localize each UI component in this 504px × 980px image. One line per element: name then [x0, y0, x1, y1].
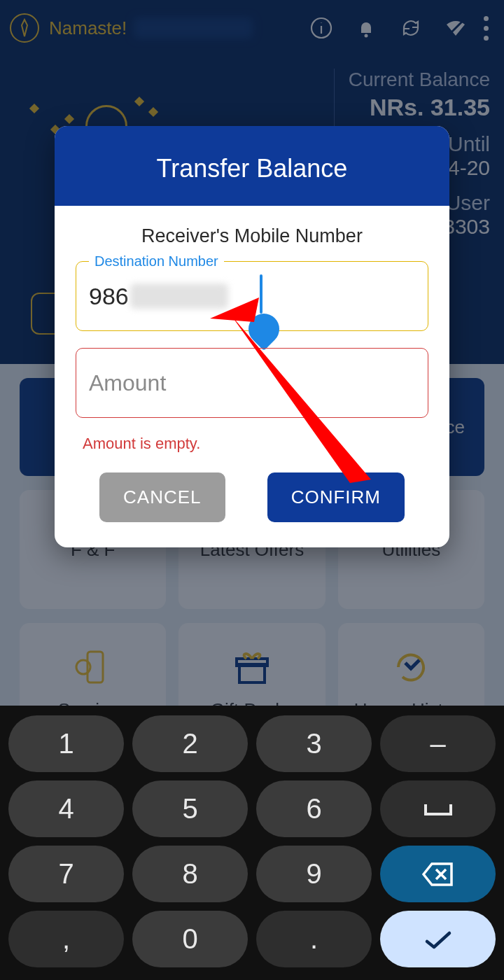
key-enter[interactable]	[380, 911, 496, 967]
transfer-balance-modal: Transfer Balance Receiver's Mobile Numbe…	[55, 126, 449, 547]
numeric-keyboard: 1 2 3 – 4 5 6 7 8 9 , 0 .	[0, 706, 504, 980]
key-8[interactable]: 8	[132, 846, 248, 902]
key-dot[interactable]: .	[256, 911, 372, 967]
key-5[interactable]: 5	[132, 780, 248, 837]
destination-number-value: 986	[89, 283, 129, 310]
text-caret	[260, 274, 262, 314]
key-4[interactable]: 4	[8, 780, 124, 837]
confirm-button[interactable]: CONFIRM	[267, 472, 405, 522]
key-9[interactable]: 9	[256, 846, 372, 902]
key-6[interactable]: 6	[256, 780, 372, 837]
amount-placeholder: Amount	[89, 370, 166, 396]
destination-number-redacted	[130, 284, 228, 309]
key-7[interactable]: 7	[8, 846, 124, 902]
modal-section-title: Receiver's Mobile Number	[76, 225, 428, 247]
modal-title: Transfer Balance	[55, 126, 449, 206]
caret-drag-handle[interactable]	[242, 307, 286, 351]
amount-error: Amount is empty.	[83, 435, 428, 453]
key-3[interactable]: 3	[256, 715, 372, 772]
key-comma[interactable]: ,	[8, 911, 124, 967]
destination-number-field[interactable]: Destination Number 986	[76, 261, 428, 331]
cancel-button[interactable]: CANCEL	[99, 472, 225, 522]
amount-field[interactable]: Amount	[76, 348, 428, 418]
key-0[interactable]: 0	[132, 911, 248, 967]
key-backspace[interactable]	[380, 846, 496, 902]
key-1[interactable]: 1	[8, 715, 124, 772]
key-space[interactable]	[380, 780, 496, 837]
key-2[interactable]: 2	[132, 715, 248, 772]
key-minus[interactable]: –	[380, 715, 496, 772]
destination-number-label: Destination Number	[89, 253, 224, 270]
